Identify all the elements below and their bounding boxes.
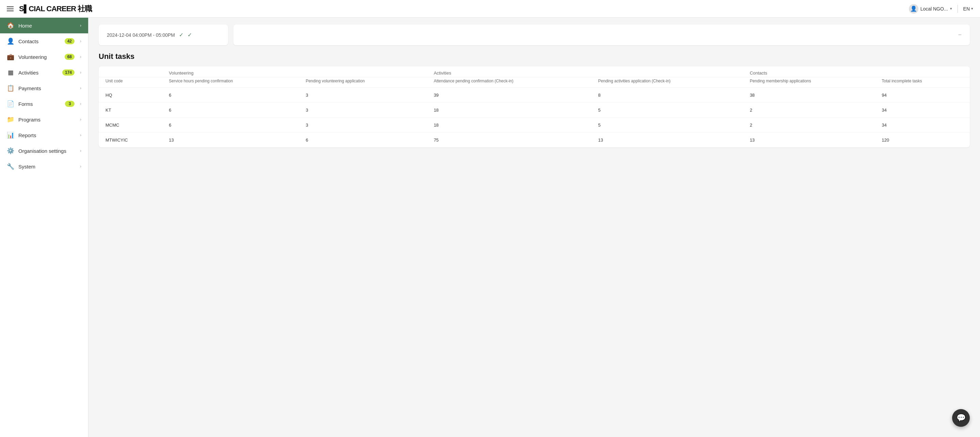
chevron-home-icon: › (80, 23, 81, 28)
cell-pending-activities: 5 (592, 103, 743, 118)
cell-total-incomplete: 34 (875, 118, 970, 133)
programs-icon: 📁 (7, 116, 14, 123)
user-menu[interactable]: 👤 Local NGO... ▾ (909, 4, 952, 14)
sidebar-label-volunteering: Volunteering (18, 54, 60, 60)
check-circle-icon: ✓ (188, 32, 192, 38)
cell-unit-code: MCMC (99, 118, 162, 133)
sidebar-label-activities: Activities (18, 70, 58, 75)
cell-attendance-pending: 75 (427, 133, 592, 148)
unit-tasks-table: Volunteering Activities Contacts Unit co… (99, 66, 970, 147)
fab-button[interactable]: 💬 (952, 409, 970, 427)
cell-service-hours: 6 (162, 88, 299, 103)
sidebar-label-reports: Reports (18, 132, 75, 138)
lang-label: EN (963, 6, 970, 11)
sidebar-item-home[interactable]: 🏠 Home › (0, 18, 88, 33)
organisation-settings-icon: ⚙️ (7, 147, 14, 155)
th-pending-membership: Pending membership applications (743, 77, 875, 88)
cell-pending-membership: 13 (743, 133, 875, 148)
sidebar-label-programs: Programs (18, 117, 75, 123)
chevron-system-icon: › (80, 164, 81, 169)
th-pending-vol: Pending volunteering application (299, 77, 427, 88)
th-total-incomplete: Total incomplete tasks (875, 77, 970, 88)
cell-pending-activities: 5 (592, 118, 743, 133)
chevron-payments-icon: › (80, 86, 81, 91)
reports-icon: 📊 (7, 131, 14, 139)
sidebar-item-programs[interactable]: 📁 Programs › (0, 112, 88, 127)
unit-tasks-table-card: Volunteering Activities Contacts Unit co… (99, 66, 970, 147)
sidebar-item-payments[interactable]: 📋 Payments › (0, 80, 88, 96)
chevron-programs-icon: › (80, 117, 81, 122)
unit-tasks-section: Unit tasks Volunteering Activities Conta… (89, 52, 980, 158)
sidebar-label-home: Home (18, 23, 75, 29)
cell-pending-vol: 3 (299, 88, 427, 103)
chevron-organisation-settings-icon: › (80, 148, 81, 153)
topbar: S▌CIAL CAREER 社職 👤 Local NGO... ▾ EN ▾ (0, 0, 980, 18)
cell-unit-code: HQ (99, 88, 162, 103)
empty-card: − (234, 24, 970, 45)
activities-icon: ▦ (7, 69, 14, 76)
sidebar-label-contacts: Contacts (18, 38, 60, 44)
topbar-divider (958, 5, 958, 13)
sidebar-item-activities[interactable]: ▦ Activities 174 › (0, 65, 88, 80)
chevron-forms-icon: › (80, 101, 81, 106)
cell-attendance-pending: 39 (427, 88, 592, 103)
badge-volunteering: 68 (65, 54, 75, 60)
user-label: Local NGO... (920, 6, 948, 11)
th-total-spacer (875, 66, 970, 77)
badge-forms: 3 (65, 101, 75, 107)
table-row: MTWICYIC 13 6 75 13 13 120 (99, 133, 970, 148)
badge-activities: 174 (62, 69, 75, 75)
table-row: KT 6 3 18 5 2 34 (99, 103, 970, 118)
th-attendance-pending: Attendance pending confirmation (Check-i… (427, 77, 592, 88)
check-icon: ✓ (179, 32, 183, 38)
th-group-activities: Activities (427, 66, 743, 77)
badge-contacts: 42 (65, 38, 75, 44)
chevron-reports-icon: › (80, 133, 81, 137)
table-row: HQ 6 3 39 8 38 94 (99, 88, 970, 103)
chevron-activities-icon: › (80, 70, 81, 75)
sidebar-label-organisation-settings: Organisation settings (18, 148, 75, 154)
sidebar-item-volunteering[interactable]: 💼 Volunteering 68 › (0, 49, 88, 65)
app-body: 🏠 Home › 👤 Contacts 42 › 💼 Volunteering … (0, 18, 980, 437)
lang-menu[interactable]: EN ▾ (963, 6, 973, 11)
cell-total-incomplete: 94 (875, 88, 970, 103)
th-unit-code: Unit code (99, 77, 162, 88)
cell-pending-activities: 13 (592, 133, 743, 148)
topbar-right: 👤 Local NGO... ▾ EN ▾ (909, 4, 973, 14)
cell-total-incomplete: 34 (875, 103, 970, 118)
cell-service-hours: 6 (162, 118, 299, 133)
cell-attendance-pending: 18 (427, 118, 592, 133)
sidebar-item-system[interactable]: 🔧 System › (0, 159, 88, 174)
home-icon: 🏠 (7, 22, 14, 29)
user-avatar-icon: 👤 (909, 4, 918, 14)
sidebar-item-reports[interactable]: 📊 Reports › (0, 127, 88, 143)
sidebar-item-contacts[interactable]: 👤 Contacts 42 › (0, 33, 88, 49)
unit-tasks-title: Unit tasks (99, 52, 970, 61)
cell-pending-membership: 2 (743, 118, 875, 133)
cell-service-hours: 13 (162, 133, 299, 148)
date-text: 2024-12-04 04:00PM - 05:00PM (107, 32, 175, 38)
sidebar-item-organisation-settings[interactable]: ⚙️ Organisation settings › (0, 143, 88, 159)
cell-attendance-pending: 18 (427, 103, 592, 118)
empty-dash: − (958, 31, 962, 38)
th-group-contacts: Contacts (743, 66, 875, 77)
cell-service-hours: 6 (162, 103, 299, 118)
sidebar-label-system: System (18, 164, 75, 169)
sidebar-label-payments: Payments (18, 85, 75, 91)
chevron-contacts-icon: › (80, 39, 81, 43)
logo: S▌CIAL CAREER 社職 (19, 4, 92, 14)
th-service-hours: Service hours pending confirmation (162, 77, 299, 88)
volunteering-icon: 💼 (7, 53, 14, 61)
cell-unit-code: KT (99, 103, 162, 118)
cell-pending-activities: 8 (592, 88, 743, 103)
topbar-left: S▌CIAL CAREER 社職 (7, 4, 92, 14)
forms-icon: 📄 (7, 100, 14, 108)
cell-pending-membership: 38 (743, 88, 875, 103)
sidebar-item-forms[interactable]: 📄 Forms 3 › (0, 96, 88, 112)
cell-total-incomplete: 120 (875, 133, 970, 148)
cell-pending-membership: 2 (743, 103, 875, 118)
hamburger-menu[interactable] (7, 6, 14, 11)
sidebar: 🏠 Home › 👤 Contacts 42 › 💼 Volunteering … (0, 18, 89, 437)
cell-pending-vol: 3 (299, 103, 427, 118)
contacts-icon: 👤 (7, 37, 14, 45)
